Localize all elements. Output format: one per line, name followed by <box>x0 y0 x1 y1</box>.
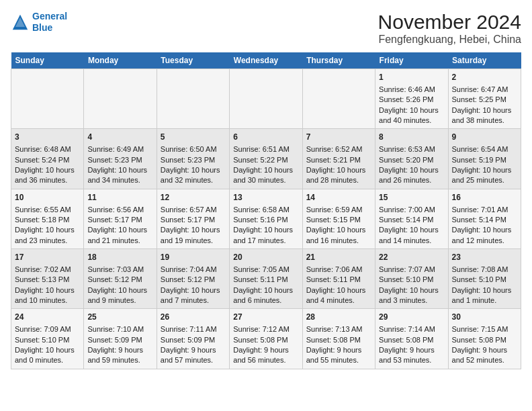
calendar-cell: 24Sunrise: 7:09 AM Sunset: 5:10 PM Dayli… <box>11 309 84 369</box>
calendar-week-4: 17Sunrise: 7:02 AM Sunset: 5:13 PM Dayli… <box>11 249 521 309</box>
day-number: 10 <box>15 192 80 203</box>
day-number: 24 <box>15 312 80 323</box>
logo: General Blue <box>11 11 67 34</box>
calendar-cell <box>302 69 375 129</box>
day-number: 23 <box>452 252 517 263</box>
day-info: Sunrise: 7:14 AM Sunset: 5:08 PM Dayligh… <box>379 324 444 366</box>
day-number: 26 <box>161 312 226 323</box>
page-subtitle: Fengfengkuang, Hebei, China <box>378 34 521 46</box>
calendar-cell: 20Sunrise: 7:05 AM Sunset: 5:11 PM Dayli… <box>230 249 302 309</box>
day-info: Sunrise: 6:56 AM Sunset: 5:17 PM Dayligh… <box>87 205 152 246</box>
calendar-week-2: 3Sunrise: 6:48 AM Sunset: 5:24 PM Daylig… <box>11 129 521 189</box>
calendar-cell: 3Sunrise: 6:48 AM Sunset: 5:24 PM Daylig… <box>11 129 84 189</box>
day-number: 4 <box>87 132 152 143</box>
calendar-cell: 11Sunrise: 6:56 AM Sunset: 5:17 PM Dayli… <box>84 189 157 248</box>
calendar-week-1: 1Sunrise: 6:46 AM Sunset: 5:26 PM Daylig… <box>11 69 521 129</box>
day-info: Sunrise: 7:01 AM Sunset: 5:14 PM Dayligh… <box>452 205 517 246</box>
calendar-cell: 1Sunrise: 6:46 AM Sunset: 5:26 PM Daylig… <box>375 69 448 129</box>
calendar-cell: 13Sunrise: 6:58 AM Sunset: 5:16 PM Dayli… <box>230 189 302 248</box>
calendar-cell: 12Sunrise: 6:57 AM Sunset: 5:17 PM Dayli… <box>157 189 229 248</box>
day-info: Sunrise: 7:05 AM Sunset: 5:11 PM Dayligh… <box>233 265 298 306</box>
calendar-cell <box>11 69 84 129</box>
day-number: 21 <box>306 252 371 263</box>
calendar-cell <box>157 69 229 129</box>
day-info: Sunrise: 7:02 AM Sunset: 5:13 PM Dayligh… <box>15 265 80 306</box>
calendar-cell: 16Sunrise: 7:01 AM Sunset: 5:14 PM Dayli… <box>448 189 521 248</box>
day-number: 1 <box>379 72 444 83</box>
day-info: Sunrise: 6:54 AM Sunset: 5:19 PM Dayligh… <box>452 144 517 186</box>
logo-line1: General <box>32 11 67 21</box>
day-info: Sunrise: 7:07 AM Sunset: 5:10 PM Dayligh… <box>379 265 444 306</box>
day-number: 8 <box>379 132 444 143</box>
calendar-cell: 4Sunrise: 6:49 AM Sunset: 5:23 PM Daylig… <box>84 129 157 189</box>
day-info: Sunrise: 7:12 AM Sunset: 5:08 PM Dayligh… <box>233 324 298 366</box>
calendar-cell: 17Sunrise: 7:02 AM Sunset: 5:13 PM Dayli… <box>11 249 84 309</box>
day-info: Sunrise: 7:08 AM Sunset: 5:10 PM Dayligh… <box>452 265 517 306</box>
day-info: Sunrise: 6:48 AM Sunset: 5:24 PM Dayligh… <box>15 144 80 186</box>
calendar-cell: 22Sunrise: 7:07 AM Sunset: 5:10 PM Dayli… <box>375 249 448 309</box>
day-info: Sunrise: 7:10 AM Sunset: 5:09 PM Dayligh… <box>87 324 152 366</box>
day-info: Sunrise: 6:57 AM Sunset: 5:17 PM Dayligh… <box>161 205 226 246</box>
logo-text: General Blue <box>32 11 67 34</box>
weekday-header-row: SundayMondayTuesdayWednesdayThursdayFrid… <box>11 52 521 69</box>
day-info: Sunrise: 7:11 AM Sunset: 5:09 PM Dayligh… <box>161 324 226 366</box>
day-info: Sunrise: 6:47 AM Sunset: 5:25 PM Dayligh… <box>452 85 517 126</box>
calendar-cell: 21Sunrise: 7:06 AM Sunset: 5:11 PM Dayli… <box>302 249 375 309</box>
calendar-cell <box>230 69 302 129</box>
day-number: 5 <box>161 132 226 143</box>
day-info: Sunrise: 6:51 AM Sunset: 5:22 PM Dayligh… <box>233 144 298 186</box>
calendar-cell: 10Sunrise: 6:55 AM Sunset: 5:18 PM Dayli… <box>11 189 84 248</box>
day-number: 13 <box>233 192 298 203</box>
calendar-week-5: 24Sunrise: 7:09 AM Sunset: 5:10 PM Dayli… <box>11 309 521 369</box>
day-number: 6 <box>233 132 298 143</box>
calendar-cell: 6Sunrise: 6:51 AM Sunset: 5:22 PM Daylig… <box>230 129 302 189</box>
day-number: 2 <box>452 72 517 83</box>
day-number: 16 <box>452 192 517 203</box>
day-number: 20 <box>233 252 298 263</box>
page-title: November 2024 <box>378 11 521 34</box>
calendar-cell: 28Sunrise: 7:13 AM Sunset: 5:08 PM Dayli… <box>302 309 375 369</box>
day-number: 12 <box>161 192 226 203</box>
day-info: Sunrise: 7:15 AM Sunset: 5:08 PM Dayligh… <box>452 324 517 366</box>
calendar-cell: 9Sunrise: 6:54 AM Sunset: 5:19 PM Daylig… <box>448 129 521 189</box>
day-info: Sunrise: 7:13 AM Sunset: 5:08 PM Dayligh… <box>306 324 371 366</box>
calendar-cell: 5Sunrise: 6:50 AM Sunset: 5:23 PM Daylig… <box>157 129 229 189</box>
calendar-cell: 7Sunrise: 6:52 AM Sunset: 5:21 PM Daylig… <box>302 129 375 189</box>
day-number: 15 <box>379 192 444 203</box>
calendar-cell: 29Sunrise: 7:14 AM Sunset: 5:08 PM Dayli… <box>375 309 448 369</box>
calendar-cell <box>84 69 157 129</box>
weekday-header-tuesday: Tuesday <box>157 52 229 69</box>
day-info: Sunrise: 6:52 AM Sunset: 5:21 PM Dayligh… <box>306 144 371 186</box>
calendar-cell: 23Sunrise: 7:08 AM Sunset: 5:10 PM Dayli… <box>448 249 521 309</box>
weekday-header-sunday: Sunday <box>11 52 84 69</box>
day-number: 14 <box>306 192 371 203</box>
day-info: Sunrise: 7:00 AM Sunset: 5:14 PM Dayligh… <box>379 205 444 246</box>
calendar-body: 1Sunrise: 6:46 AM Sunset: 5:26 PM Daylig… <box>11 69 521 369</box>
day-info: Sunrise: 6:59 AM Sunset: 5:15 PM Dayligh… <box>306 205 371 246</box>
day-number: 7 <box>306 132 371 143</box>
day-number: 17 <box>15 252 80 263</box>
day-info: Sunrise: 6:49 AM Sunset: 5:23 PM Dayligh… <box>87 144 152 186</box>
calendar-week-3: 10Sunrise: 6:55 AM Sunset: 5:18 PM Dayli… <box>11 189 521 248</box>
weekday-header-friday: Friday <box>375 52 448 69</box>
day-info: Sunrise: 6:50 AM Sunset: 5:23 PM Dayligh… <box>161 144 226 186</box>
day-number: 18 <box>87 252 152 263</box>
day-number: 28 <box>306 312 371 323</box>
day-info: Sunrise: 6:55 AM Sunset: 5:18 PM Dayligh… <box>15 205 80 246</box>
calendar-cell: 26Sunrise: 7:11 AM Sunset: 5:09 PM Dayli… <box>157 309 229 369</box>
day-number: 3 <box>15 132 80 143</box>
day-info: Sunrise: 7:03 AM Sunset: 5:12 PM Dayligh… <box>87 265 152 306</box>
day-info: Sunrise: 6:58 AM Sunset: 5:16 PM Dayligh… <box>233 205 298 246</box>
weekday-header-thursday: Thursday <box>302 52 375 69</box>
calendar-cell: 8Sunrise: 6:53 AM Sunset: 5:20 PM Daylig… <box>375 129 448 189</box>
day-info: Sunrise: 6:53 AM Sunset: 5:20 PM Dayligh… <box>379 144 444 186</box>
logo-icon <box>11 13 30 32</box>
calendar-cell: 2Sunrise: 6:47 AM Sunset: 5:25 PM Daylig… <box>448 69 521 129</box>
calendar-cell: 25Sunrise: 7:10 AM Sunset: 5:09 PM Dayli… <box>84 309 157 369</box>
calendar-cell: 19Sunrise: 7:04 AM Sunset: 5:12 PM Dayli… <box>157 249 229 309</box>
day-info: Sunrise: 7:04 AM Sunset: 5:12 PM Dayligh… <box>161 265 226 306</box>
calendar-cell: 30Sunrise: 7:15 AM Sunset: 5:08 PM Dayli… <box>448 309 521 369</box>
day-info: Sunrise: 7:09 AM Sunset: 5:10 PM Dayligh… <box>15 324 80 366</box>
calendar-cell: 18Sunrise: 7:03 AM Sunset: 5:12 PM Dayli… <box>84 249 157 309</box>
page-header: General Blue November 2024 Fengfengkuang… <box>11 11 521 46</box>
